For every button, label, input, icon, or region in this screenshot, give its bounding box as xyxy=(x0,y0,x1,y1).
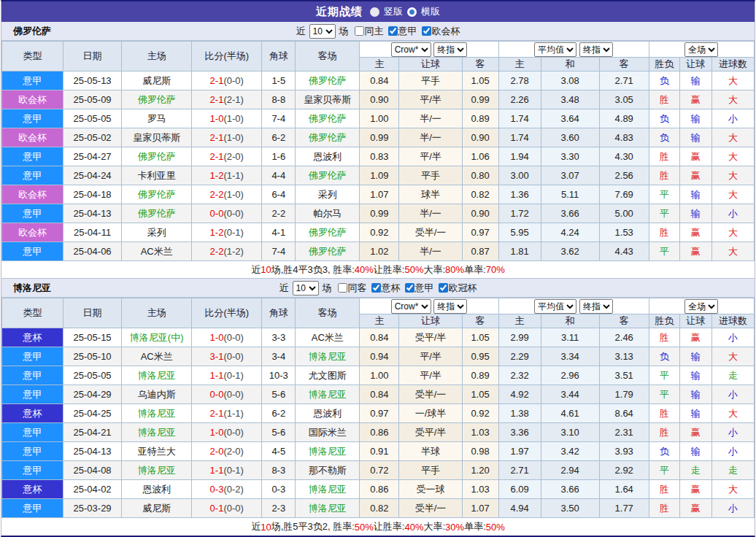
match-count-select[interactable]: 10 xyxy=(309,24,336,39)
halftime-score: (1-0) xyxy=(223,189,243,200)
cell-avg-draw: 3.34 xyxy=(541,347,599,366)
cell-away-team: 佛罗伦萨 xyxy=(296,128,360,147)
cell-away-team: 佛罗伦萨 xyxy=(296,109,360,128)
col-avg-draw: 和 xyxy=(541,58,599,72)
average-select[interactable]: 平均值 xyxy=(534,299,576,314)
cell-result-goals: 大 xyxy=(711,147,754,166)
cell-result-winloss: 胜 xyxy=(649,480,679,499)
cell-odds-handicap: 平/半 xyxy=(399,147,462,166)
cell-away-team: 采列 xyxy=(296,185,360,204)
bookmaker-select[interactable]: Crow* xyxy=(391,42,431,57)
col-odds-away: 客 xyxy=(462,58,498,72)
halftime-score: (1-2) xyxy=(223,246,243,257)
filter-checkbox[interactable]: 同客 xyxy=(338,282,367,295)
halftime-score: (2-0) xyxy=(223,446,243,457)
filter-checkbox[interactable]: 欧会杯 xyxy=(422,25,460,38)
checkbox-意杯[interactable] xyxy=(371,283,381,293)
cell-odds-handicap: 半/一 xyxy=(399,128,462,147)
filter-checkbox[interactable]: 意甲 xyxy=(405,282,434,295)
cell-away-team: 国际米兰 xyxy=(296,423,360,442)
cell-result-handicap: 输 xyxy=(679,109,711,128)
cell-avg-draw: 3.66 xyxy=(541,480,599,499)
fullmatch-select-cell: 全场 xyxy=(649,42,754,58)
cell-odds-away: 0.95 xyxy=(462,347,498,366)
checkbox-意甲[interactable] xyxy=(388,26,398,36)
odds-stage-select[interactable]: 终指 xyxy=(433,299,467,314)
cell-odds-home: 1.00 xyxy=(360,109,399,128)
page-title: 近期战绩 xyxy=(316,5,363,19)
table-row: 意甲25-04-06AC米兰2-2(1-2)7-4佛罗伦萨1.02半/一0.87… xyxy=(2,242,755,261)
table-row: 意甲25-04-29乌迪内斯0-0(0-0)5-6博洛尼亚0.84受半/一1.0… xyxy=(2,385,755,404)
cell-corners: 0-3 xyxy=(262,480,296,499)
cell-score: 2-2(1-0) xyxy=(192,185,262,204)
checkbox-欧冠杯[interactable] xyxy=(439,283,448,293)
filter-checkbox[interactable]: 意甲 xyxy=(388,25,417,38)
cell-type: 欧会杯 xyxy=(2,90,63,109)
cell-avg-home: 6.09 xyxy=(498,480,541,499)
vertical-layout-radio[interactable] xyxy=(370,7,379,17)
cell-avg-home: 2.78 xyxy=(498,72,541,90)
cell-avg-home: 1.97 xyxy=(498,442,541,461)
fulltime-score: 3-1 xyxy=(210,351,224,362)
cell-result-winloss: 平 xyxy=(649,366,679,385)
average-stage-select[interactable]: 终指 xyxy=(579,299,613,314)
cell-type: 意杯 xyxy=(2,480,63,499)
bookmaker-select[interactable]: Crow* xyxy=(391,299,431,314)
summary-segment: 场,胜4平3负3, 胜率: xyxy=(271,263,355,277)
cell-away-team: 佛罗伦萨 xyxy=(296,166,360,185)
cell-avg-draw: 3.07 xyxy=(541,166,599,185)
table-row: 意杯25-05-15博洛尼亚(中)1-0(0-0)3-3AC米兰0.84受平/半… xyxy=(2,328,755,347)
cell-result-goals: 小 xyxy=(711,423,754,442)
cell-avg-home: 4.92 xyxy=(498,385,541,404)
horizontal-layout-radio[interactable] xyxy=(407,7,417,17)
checkbox-意甲[interactable] xyxy=(405,283,414,293)
filter-checkbox[interactable]: 欧冠杯 xyxy=(439,282,477,295)
halftime-score: (0-0) xyxy=(223,332,243,343)
cell-odds-away: 1.05 xyxy=(462,328,498,347)
fullmatch-select[interactable]: 全场 xyxy=(684,42,718,57)
summary-segment: 大率: xyxy=(423,520,445,533)
summary-segment: 70% xyxy=(486,264,505,275)
cell-result-winloss: 平 xyxy=(649,204,679,223)
fulltime-score: 0-1 xyxy=(210,503,224,514)
odds-stage-select[interactable]: 终指 xyxy=(433,42,467,57)
cell-corners: 7-4 xyxy=(262,109,296,128)
cell-odds-handicap: 平/半 xyxy=(399,347,462,366)
cell-score: 1-0(0-0) xyxy=(192,328,262,347)
cell-odds-handicap: 受半/一 xyxy=(399,223,462,242)
summary-segment: 40% xyxy=(404,522,423,533)
cell-avg-away: 1.64 xyxy=(599,480,649,499)
cell-odds-home: 0.84 xyxy=(360,385,399,404)
cell-avg-away: 1.53 xyxy=(599,223,649,242)
filter-checkbox[interactable]: 同主 xyxy=(355,25,384,38)
checkbox-同客[interactable] xyxy=(338,283,347,293)
checkbox-欧会杯[interactable] xyxy=(422,26,431,36)
checkbox-同主[interactable] xyxy=(355,26,364,36)
fullmatch-select[interactable]: 全场 xyxy=(684,299,718,314)
cell-score: 2-2(1-2) xyxy=(192,242,262,261)
cell-avg-draw: 4.61 xyxy=(541,404,599,423)
cell-result-handicap: 赢 xyxy=(679,223,711,242)
cell-result-goals: 大 xyxy=(711,347,754,366)
average-select[interactable]: 平均值 xyxy=(534,42,576,57)
cell-avg-draw: 4.24 xyxy=(541,223,599,242)
filter-checkbox[interactable]: 意杯 xyxy=(371,282,401,295)
match-count-select[interactable]: 10 xyxy=(293,281,319,295)
cell-odds-home: 0.84 xyxy=(360,72,399,90)
cell-avg-home: 5.95 xyxy=(498,223,541,242)
cell-odds-home: 1.09 xyxy=(360,166,399,185)
cell-odds-away: 0.99 xyxy=(462,90,498,109)
cell-score: 1-2(0-1) xyxy=(192,223,262,242)
cell-result-goals: 小 xyxy=(711,499,754,518)
team-section-fiorentina: 佛罗伦萨 近 10 场 同主意甲欧会杯 类型 日期 主场 比分(半场) xyxy=(1,22,755,279)
cell-date: 25-03-29 xyxy=(63,499,122,518)
cell-score: 0-1(0-0) xyxy=(192,499,262,518)
cell-type: 意甲 xyxy=(2,385,63,404)
filter-bar: 博洛尼亚 近 10 场 同客意杯意甲欧冠杯 xyxy=(1,279,755,298)
halftime-score: (1-0) xyxy=(223,113,243,124)
cell-result-handicap: 输 xyxy=(679,385,711,404)
cell-home-team: 亚特兰大 xyxy=(122,442,192,461)
cell-date: 25-05-05 xyxy=(63,366,122,385)
average-stage-select[interactable]: 终指 xyxy=(579,42,613,57)
cell-odds-home: 0.91 xyxy=(360,442,399,461)
